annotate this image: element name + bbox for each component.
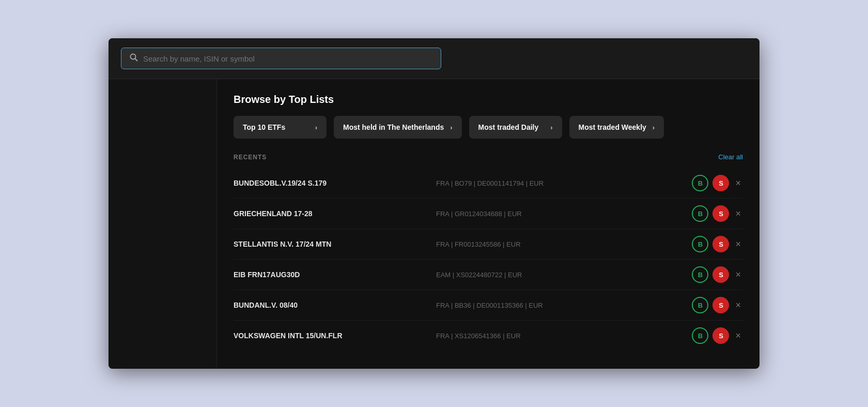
recent-meta: FRA | XS1206541366 | EUR <box>436 332 686 340</box>
sell-label: S <box>719 210 723 218</box>
most-held-netherlands-label: Most held in The Netherlands <box>343 123 444 131</box>
recent-name: EIB FRN17AUG30D <box>234 270 430 279</box>
recents-list: BUNDESOBL.V.19/24 S.179 FRA | BO79 | DE0… <box>234 168 743 351</box>
sell-label: S <box>719 332 723 340</box>
most-traded-daily-label: Most traded Daily <box>478 123 539 131</box>
recent-item: BUNDESOBL.V.19/24 S.179 FRA | BO79 | DE0… <box>234 168 743 199</box>
buy-button[interactable]: B <box>692 205 708 222</box>
recent-actions: B S × <box>692 327 743 344</box>
buy-button[interactable]: B <box>692 327 708 344</box>
recent-actions: B S × <box>692 266 743 283</box>
sell-button[interactable]: S <box>712 297 729 313</box>
recent-actions: B S × <box>692 175 743 191</box>
remove-icon: × <box>735 208 741 219</box>
buy-label: B <box>698 302 703 309</box>
remove-button[interactable]: × <box>733 209 743 218</box>
recent-meta: FRA | GR0124034688 | EUR <box>436 210 686 218</box>
recent-meta: EAM | XS0224480722 | EUR <box>436 271 686 279</box>
buy-button[interactable]: B <box>692 266 708 283</box>
top-10-etfs-label: Top 10 ETFs <box>243 123 285 131</box>
buy-label: B <box>698 179 703 187</box>
search-input[interactable] <box>143 54 432 63</box>
sidebar <box>109 79 217 369</box>
recent-item: BUNDANL.V. 08/40 FRA | BB36 | DE00011353… <box>234 290 743 321</box>
buy-label: B <box>698 271 703 279</box>
sell-label: S <box>719 240 723 248</box>
remove-icon: × <box>735 178 741 188</box>
buy-button[interactable]: B <box>692 297 708 313</box>
top-10-etfs-button[interactable]: Top 10 ETFs › <box>234 116 327 139</box>
browse-title: Browse by Top Lists <box>234 94 743 105</box>
sell-button[interactable]: S <box>712 327 729 344</box>
remove-icon: × <box>735 330 741 341</box>
recent-actions: B S × <box>692 205 743 222</box>
most-held-netherlands-chevron: › <box>450 124 452 131</box>
sell-label: S <box>719 179 723 187</box>
recent-name: VOLKSWAGEN INTL 15/UN.FLR <box>234 331 430 340</box>
recents-header: RECENTS Clear all <box>234 153 743 161</box>
sell-label: S <box>719 271 723 279</box>
recent-name: BUNDESOBL.V.19/24 S.179 <box>234 179 430 187</box>
recent-name: BUNDANL.V. 08/40 <box>234 301 430 309</box>
buy-label: B <box>698 240 703 248</box>
search-bar <box>121 48 441 69</box>
sell-button[interactable]: S <box>712 236 729 252</box>
search-icon <box>130 53 138 64</box>
main-content: Browse by Top Lists Top 10 ETFs › Most h… <box>217 79 760 369</box>
recent-meta: FRA | BO79 | DE0001141794 | EUR <box>436 179 686 187</box>
top-10-etfs-chevron: › <box>315 124 317 131</box>
clear-all-button[interactable]: Clear all <box>718 153 743 161</box>
recents-label: RECENTS <box>234 154 267 161</box>
recent-meta: FRA | BB36 | DE0001135366 | EUR <box>436 302 686 309</box>
most-traded-weekly-chevron: › <box>653 124 655 131</box>
remove-button[interactable]: × <box>733 239 743 249</box>
remove-icon: × <box>735 300 741 310</box>
most-traded-daily-chevron: › <box>550 124 552 131</box>
recent-name: STELLANTIS N.V. 17/24 MTN <box>234 240 430 248</box>
main-window: Browse by Top Lists Top 10 ETFs › Most h… <box>109 38 760 369</box>
content-area: Browse by Top Lists Top 10 ETFs › Most h… <box>109 79 760 369</box>
most-held-netherlands-button[interactable]: Most held in The Netherlands › <box>334 116 462 139</box>
recent-item: GRIECHENLAND 17-28 FRA | GR0124034688 | … <box>234 199 743 229</box>
remove-button[interactable]: × <box>733 270 743 279</box>
most-traded-daily-button[interactable]: Most traded Daily › <box>469 116 562 139</box>
remove-button[interactable]: × <box>733 300 743 310</box>
remove-button[interactable]: × <box>733 331 743 340</box>
buy-label: B <box>698 210 703 218</box>
most-traded-weekly-button[interactable]: Most traded Weekly › <box>569 116 664 139</box>
recent-item: EIB FRN17AUG30D EAM | XS0224480722 | EUR… <box>234 260 743 290</box>
recent-name: GRIECHENLAND 17-28 <box>234 209 430 218</box>
sell-button[interactable]: S <box>712 266 729 283</box>
remove-icon: × <box>735 269 741 280</box>
sell-label: S <box>719 302 723 309</box>
buy-button[interactable]: B <box>692 175 708 191</box>
most-traded-weekly-label: Most traded Weekly <box>579 123 646 131</box>
recent-item: STELLANTIS N.V. 17/24 MTN FRA | FR001324… <box>234 229 743 260</box>
sell-button[interactable]: S <box>712 205 729 222</box>
recent-item: VOLKSWAGEN INTL 15/UN.FLR FRA | XS120654… <box>234 321 743 351</box>
sell-button[interactable]: S <box>712 175 729 191</box>
remove-button[interactable]: × <box>733 178 743 188</box>
recent-meta: FRA | FR0013245586 | EUR <box>436 240 686 248</box>
top-lists-buttons: Top 10 ETFs › Most held in The Netherlan… <box>234 116 743 139</box>
remove-icon: × <box>735 239 741 249</box>
buy-label: B <box>698 332 703 340</box>
svg-line-1 <box>135 59 137 61</box>
recent-actions: B S × <box>692 297 743 313</box>
buy-button[interactable]: B <box>692 236 708 252</box>
recent-actions: B S × <box>692 236 743 252</box>
search-bar-container <box>109 38 760 79</box>
